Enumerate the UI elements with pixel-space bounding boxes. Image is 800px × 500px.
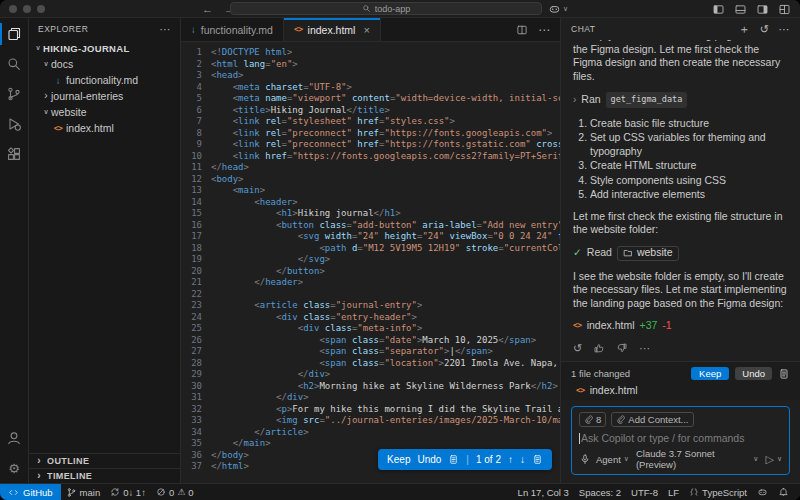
status-typescript[interactable]: TypeScript xyxy=(684,484,752,500)
attachments-chip[interactable]: 8 xyxy=(579,412,606,427)
markdown-file-icon: ↓ xyxy=(52,75,64,86)
send-button[interactable]: ▷∨ xyxy=(765,453,782,466)
code-text: <span class="separator">|</span> xyxy=(211,346,493,358)
chat-history-icon[interactable]: ↺ xyxy=(760,23,770,36)
git-branch-indicator[interactable]: main xyxy=(61,484,106,500)
tool-call-ran[interactable]: › Ran get_figma_data xyxy=(573,92,788,108)
close-tab-icon[interactable]: × xyxy=(363,24,369,36)
activity-extensions[interactable] xyxy=(0,139,28,169)
chat-more-actions-icon[interactable]: ⋯ xyxy=(779,23,791,36)
add-context-label: Add Context... xyxy=(628,414,688,425)
code-line-3: 3<head> xyxy=(181,70,560,82)
chevron-right-icon: › xyxy=(35,456,43,466)
code-line-24: 24 <div class="entry-header"> xyxy=(181,312,560,324)
attachment-count: 8 xyxy=(596,414,601,425)
tab-functionality.md[interactable]: ↓functionality.md xyxy=(181,18,284,41)
tree-item-docs[interactable]: ∨docs xyxy=(29,56,180,72)
view-changes-icon[interactable] xyxy=(778,368,790,380)
file-name: index.html xyxy=(587,319,635,333)
line-number: 3 xyxy=(181,70,211,82)
editor-more-actions-icon[interactable]: ⋯ xyxy=(538,23,550,37)
tree-item-HIKING-JOURNAL[interactable]: ∨HIKING-JOURNAL xyxy=(29,40,180,56)
chat-input-box[interactable]: 8 Add Context... Ask Copilot or type / f… xyxy=(571,406,790,475)
close-window-icon[interactable] xyxy=(9,5,17,13)
section-timeline[interactable]: ›TIMELINE xyxy=(29,468,180,483)
warning-count: 0 xyxy=(188,487,193,498)
back-button[interactable]: ← xyxy=(202,3,213,15)
html-file-icon: <> xyxy=(573,319,582,333)
keep-change-button[interactable]: Keep xyxy=(387,454,410,465)
tree-item-journal-enteries[interactable]: ›journal-enteries xyxy=(29,88,180,104)
activity-explorer[interactable] xyxy=(0,19,28,49)
website-folder-chip[interactable]: website xyxy=(617,246,679,261)
file-tree: ∨HIKING-JOURNAL∨docs↓functionality.md›jo… xyxy=(29,40,180,453)
new-chat-icon[interactable]: ＋ xyxy=(738,21,751,38)
tool-name-chip: get_figma_data xyxy=(606,92,688,108)
tree-item-functionality.md[interactable]: ↓functionality.md xyxy=(29,72,180,88)
toggle-primary-sidebar-icon[interactable] xyxy=(712,3,725,16)
assistant-paragraph: I see the website folder is empty, so I'… xyxy=(573,270,788,311)
split-editor-icon[interactable] xyxy=(516,24,528,36)
copilot-menu-button[interactable]: ∨ xyxy=(548,0,568,18)
problems-indicator[interactable]: 0 ⚠ 0 xyxy=(151,484,199,500)
activity-search[interactable] xyxy=(0,49,28,79)
toggle-panel-icon[interactable] xyxy=(734,3,747,16)
code-text: <meta name="viewport" content="width=dev… xyxy=(211,93,560,105)
thumbs-up-icon[interactable] xyxy=(593,342,605,354)
microphone-icon[interactable] xyxy=(579,453,591,465)
code-line-31: 31 </div> xyxy=(181,392,560,404)
regenerate-icon[interactable]: ↺ xyxy=(573,342,582,356)
code-line-35: 35 </main> xyxy=(181,438,560,450)
window-controls[interactable] xyxy=(9,5,45,13)
changed-file-chip[interactable]: <> index.html +37 -1 xyxy=(573,319,788,333)
activity-run-debug[interactable] xyxy=(0,109,28,139)
keep-all-button[interactable]: Keep xyxy=(691,367,729,380)
status-spaces-2[interactable]: Spaces: 2 xyxy=(574,484,626,500)
status-ln-17-col-3[interactable]: Ln 17, Col 3 xyxy=(513,484,574,500)
add-context-chip[interactable]: Add Context... xyxy=(611,412,693,427)
explorer-title: EXPLORER xyxy=(38,24,88,34)
code-text: <link href="https://fonts.googleapis.com… xyxy=(211,151,560,163)
undo-change-button[interactable]: Undo xyxy=(417,454,441,465)
thumbs-down-icon[interactable] xyxy=(616,342,628,354)
next-change-button[interactable]: ↓ xyxy=(520,454,525,465)
code-editor[interactable]: 1<!DOCTYPE html>2<html lang="en">3<head>… xyxy=(181,42,560,483)
sync-indicator[interactable]: 0↓ 1↑ xyxy=(105,484,151,500)
zoom-window-icon[interactable] xyxy=(37,5,45,13)
previous-change-button[interactable]: ↑ xyxy=(508,454,513,465)
message-more-actions-icon[interactable]: ⋯ xyxy=(639,342,650,356)
undo-all-button[interactable]: Undo xyxy=(735,367,772,380)
assistant-paragraph: I'll help you create the landing page ba… xyxy=(573,40,788,83)
notifications[interactable] xyxy=(773,484,794,500)
doc-icon xyxy=(448,454,459,465)
minimize-window-icon[interactable] xyxy=(23,5,31,13)
status-utf-8[interactable]: UTF-8 xyxy=(626,484,663,500)
tree-item-index.html[interactable]: <>index.html xyxy=(29,120,180,136)
activity-source-control[interactable] xyxy=(0,79,28,109)
code-text: </svg> xyxy=(211,254,330,266)
toggle-secondary-sidebar-icon[interactable] xyxy=(756,3,769,16)
mode-selector[interactable]: Agent∨ xyxy=(596,454,629,465)
line-number: 4 xyxy=(181,82,211,94)
remote-icon xyxy=(8,487,19,498)
customize-layout-icon[interactable] xyxy=(778,3,791,16)
activity-settings[interactable]: ⚙ xyxy=(0,453,28,483)
tool-call-read[interactable]: ✓ Read website xyxy=(573,246,788,261)
remote-indicator[interactable]: GitHub xyxy=(0,484,61,500)
status-copilot[interactable] xyxy=(752,484,773,500)
tree-item-website[interactable]: ∨website xyxy=(29,104,180,120)
explorer-more-actions-icon[interactable]: ⋯ xyxy=(160,23,172,36)
mode-label: Agent xyxy=(596,454,621,465)
command-center-search[interactable]: todo-app xyxy=(230,2,542,15)
code-text: <div class="meta-info"> xyxy=(211,323,422,335)
code-text: </html> xyxy=(211,461,249,473)
section-outline[interactable]: ›OUTLINE xyxy=(29,453,180,468)
copilot-icon xyxy=(548,3,561,16)
search-value: todo-app xyxy=(375,4,411,14)
changed-file-row[interactable]: <> index.html xyxy=(571,384,790,396)
status-lf[interactable]: LF xyxy=(663,484,684,500)
braces-icon xyxy=(689,487,699,497)
tab-index.html[interactable]: <>index.html× xyxy=(284,18,381,41)
model-selector[interactable]: Claude 3.7 Sonnet (Preview)∨ xyxy=(636,448,758,470)
activity-accounts[interactable] xyxy=(0,423,28,453)
